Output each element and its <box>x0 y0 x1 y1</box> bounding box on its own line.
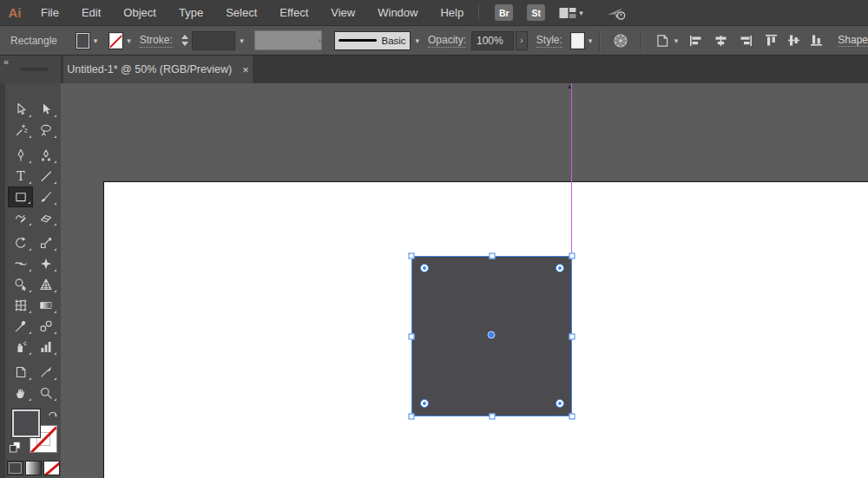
gradient-tool[interactable] <box>33 295 58 316</box>
handle-middle-left[interactable] <box>409 334 415 340</box>
paintbrush-tool[interactable] <box>33 187 58 207</box>
handle-bottom-left[interactable] <box>409 414 415 420</box>
graphic-style-swatch[interactable] <box>571 33 584 49</box>
chevron-down-icon[interactable]: ▾ <box>94 36 98 45</box>
align-vertical-center-icon[interactable] <box>787 34 800 47</box>
menu-object[interactable]: Object <box>112 6 168 19</box>
handle-bottom-right[interactable] <box>569 414 575 420</box>
symbol-sprayer-tool[interactable] <box>8 337 33 357</box>
slice-tool[interactable] <box>33 362 58 383</box>
recolor-artwork-button[interactable] <box>613 33 628 49</box>
mesh-tool[interactable] <box>8 295 33 316</box>
lasso-tool-icon <box>39 123 53 137</box>
zoom-tool[interactable] <box>33 383 58 403</box>
line-segment-tool[interactable] <box>33 166 58 187</box>
menu-effect[interactable]: Effect <box>268 6 319 19</box>
menu-select[interactable]: Select <box>214 6 268 19</box>
corner-widget-bottom-right[interactable] <box>556 399 564 408</box>
document-tab[interactable]: Untitled-1* @ 50% (RGB/Preview) × <box>63 56 253 83</box>
direct-selection-tool[interactable] <box>33 99 58 120</box>
swap-fill-stroke-icon[interactable] <box>47 409 59 420</box>
stroke-color-swatch[interactable] <box>109 33 122 49</box>
menu-items: File Edit Object Type Select Effect View… <box>30 6 475 19</box>
smart-guide-line[interactable] <box>571 83 572 257</box>
handle-top-right[interactable] <box>569 253 575 259</box>
handle-top-left[interactable] <box>409 253 415 259</box>
curvature-tool[interactable] <box>33 145 58 166</box>
shape-builder-tool[interactable] <box>8 274 33 295</box>
close-icon[interactable]: × <box>242 63 249 76</box>
stroke-panel-link[interactable]: Stroke: <box>140 34 173 48</box>
eraser-tool[interactable] <box>33 207 58 228</box>
chevron-down-icon[interactable]: ▾ <box>589 36 593 45</box>
none-mode-button[interactable] <box>43 461 60 475</box>
shape-panel-link[interactable]: Shape <box>838 34 868 47</box>
scale-tool-icon <box>39 236 53 250</box>
align-top-icon[interactable] <box>765 34 778 47</box>
object-center-point[interactable] <box>488 331 496 339</box>
brush-definition-dropdown[interactable]: Basic ▾ <box>334 31 419 50</box>
tab-bar: « Untitled-1* @ 50% (RGB/Preview) × <box>0 56 868 83</box>
type-tool[interactable]: T <box>8 166 33 187</box>
menu-file[interactable]: File <box>30 6 70 19</box>
align-right-icon[interactable] <box>738 35 753 47</box>
stroke-weight-stepper[interactable] <box>181 35 188 46</box>
shaper-tool[interactable] <box>8 207 33 228</box>
handle-bottom-center[interactable] <box>490 414 496 420</box>
tools-panel: T <box>0 83 61 478</box>
magic-wand-tool-icon <box>14 123 28 137</box>
chevron-down-icon[interactable]: ▾ <box>240 36 244 45</box>
fill-proxy-swatch[interactable] <box>12 409 40 437</box>
rectangle-tool[interactable] <box>8 187 33 207</box>
pen-tool[interactable] <box>8 145 33 166</box>
align-bottom-icon[interactable] <box>810 34 823 47</box>
menu-window[interactable]: Window <box>366 6 429 19</box>
corner-widget-bottom-left[interactable] <box>420 399 429 408</box>
rectangle-tool-icon <box>14 190 28 204</box>
bridge-button[interactable]: Br <box>495 4 513 21</box>
stroke-weight-input[interactable] <box>192 31 235 50</box>
chevron-down-icon[interactable]: ▾ <box>127 36 131 45</box>
gradient-mode-button[interactable] <box>25 461 42 475</box>
corner-widget-top-left[interactable] <box>420 264 429 272</box>
symbol-sprayer-tool-icon <box>14 340 28 354</box>
tools-panel-header: « <box>0 56 61 83</box>
corner-widget-top-right[interactable] <box>556 264 564 272</box>
workspace-switcher[interactable]: ▾ <box>559 7 583 19</box>
perspective-grid-tool[interactable] <box>33 274 58 295</box>
fill-color-swatch[interactable] <box>76 33 89 49</box>
handle-middle-right[interactable] <box>569 334 575 340</box>
menu-view[interactable]: View <box>319 6 366 19</box>
collapse-panel-icon[interactable]: « <box>3 56 8 67</box>
artboard-tool[interactable] <box>8 362 33 383</box>
panel-grip[interactable] <box>19 68 49 71</box>
opacity-expand-button[interactable]: › <box>516 31 528 50</box>
width-tool[interactable] <box>8 253 33 274</box>
align-left-icon[interactable] <box>689 35 704 47</box>
selection-tool[interactable] <box>8 99 33 120</box>
rotate-tool[interactable] <box>8 232 33 253</box>
menu-type[interactable]: Type <box>168 6 214 19</box>
opacity-panel-link[interactable]: Opacity: <box>428 34 466 48</box>
scale-tool[interactable] <box>33 232 58 253</box>
share-button[interactable] <box>606 5 627 21</box>
opacity-input[interactable]: 100% <box>471 31 514 50</box>
column-graph-tool[interactable] <box>33 337 58 357</box>
menu-edit[interactable]: Edit <box>70 6 112 19</box>
selection-tool-icon <box>14 102 28 116</box>
hand-tool[interactable] <box>8 383 33 403</box>
handle-top-center[interactable] <box>490 253 496 259</box>
default-fill-stroke-icon[interactable] <box>10 442 21 453</box>
stock-button[interactable]: St <box>527 4 545 21</box>
lasso-tool[interactable] <box>33 120 58 141</box>
blend-tool[interactable] <box>33 316 58 337</box>
align-horizontal-center-icon[interactable] <box>713 35 728 47</box>
free-transform-tool[interactable] <box>33 253 58 274</box>
style-panel-link[interactable]: Style: <box>536 34 562 48</box>
isolate-object-button[interactable]: ▾ <box>654 33 679 49</box>
menu-help[interactable]: Help <box>429 6 475 19</box>
paintbrush-tool-icon <box>39 190 53 204</box>
magic-wand-tool[interactable] <box>8 120 33 141</box>
color-mode-button[interactable] <box>7 461 23 475</box>
eyedropper-tool[interactable] <box>8 316 33 337</box>
